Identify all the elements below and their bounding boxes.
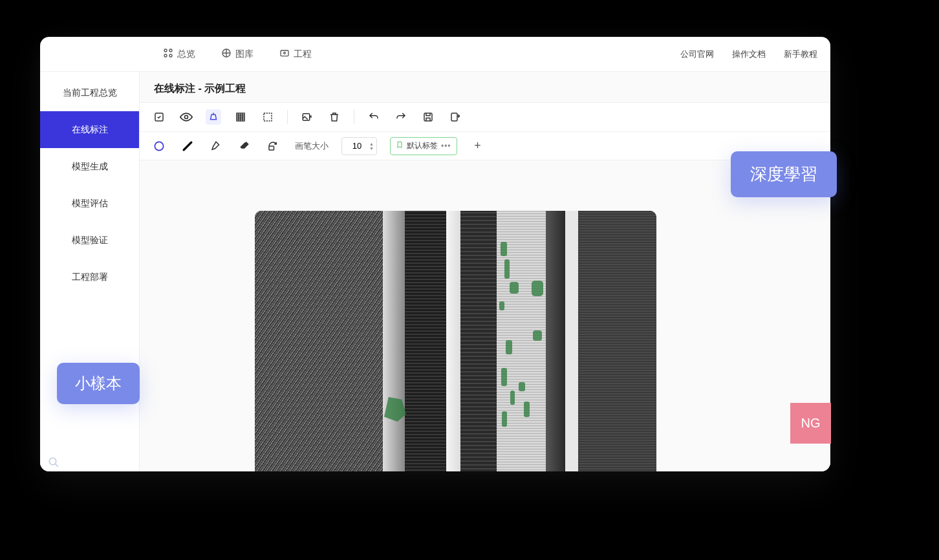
page-title: 在线标注 - 示例工程 <box>140 72 830 102</box>
annotation-mark[interactable] <box>501 368 507 386</box>
svg-rect-16 <box>269 146 274 150</box>
line-tool-icon[interactable] <box>180 138 195 154</box>
toolbar: 画笔大小 10 ▲ ▼ 默认标签 ••• + <box>140 102 830 160</box>
app-window: 总览 图库 工程 公司官网 操作文档 新手教程 当前工程总览 在线标注 模型生成… <box>40 37 830 471</box>
svg-point-2 <box>164 54 167 57</box>
tag-label: 默认标签 <box>407 140 438 151</box>
top-nav-right: 公司官网 操作文档 新手教程 <box>680 48 817 60</box>
annotation-mark[interactable] <box>499 301 504 310</box>
annotation-mark[interactable] <box>504 259 510 279</box>
annotation-mark[interactable] <box>502 411 507 427</box>
image-region <box>565 211 578 471</box>
svg-rect-13 <box>451 113 457 121</box>
sidebar-item-label: 工程部署 <box>72 272 108 283</box>
eraser-tool-icon[interactable] <box>237 138 252 154</box>
bookmark-icon <box>396 141 404 151</box>
default-tag[interactable]: 默认标签 ••• <box>390 137 457 155</box>
svg-point-14 <box>155 142 163 150</box>
svg-rect-12 <box>424 113 432 121</box>
grid-icon <box>163 48 173 60</box>
nav-project[interactable]: 工程 <box>279 48 312 60</box>
annotation-mark[interactable] <box>533 330 542 341</box>
hatch-tool-icon[interactable] <box>233 109 248 125</box>
toolbar-row-1 <box>140 103 830 131</box>
annotation-mark[interactable] <box>501 242 507 256</box>
crop-tool-icon[interactable] <box>260 109 275 125</box>
nav-gallery[interactable]: 图库 <box>221 48 254 60</box>
link-docs[interactable]: 操作文档 <box>732 48 766 60</box>
pen-tool-icon[interactable] <box>208 138 224 154</box>
nav-label: 图库 <box>235 48 254 60</box>
sidebar-item-model-gen[interactable]: 模型生成 <box>40 148 139 185</box>
sidebar-item-model-eval[interactable]: 模型评估 <box>40 185 139 222</box>
image-region <box>383 211 405 471</box>
toolbar-separator <box>287 110 288 124</box>
svg-point-0 <box>164 49 167 52</box>
image-region <box>405 211 446 471</box>
export-icon[interactable] <box>448 109 463 125</box>
badge-deep-learning: 深度學習 <box>731 151 837 197</box>
sidebar-item-label: 当前工程总览 <box>63 87 117 99</box>
add-tag-button[interactable]: + <box>470 138 486 154</box>
redo-icon[interactable] <box>393 109 409 125</box>
svg-point-6 <box>284 52 286 54</box>
circle-tool-icon[interactable] <box>151 138 167 154</box>
nav-label: 工程 <box>294 48 312 60</box>
visibility-icon[interactable] <box>178 109 194 125</box>
project-icon <box>279 48 290 60</box>
search-icon[interactable] <box>48 457 59 471</box>
annotation-mark[interactable] <box>510 282 519 294</box>
svg-rect-10 <box>264 113 272 121</box>
main-area: 在线标注 - 示例工程 <box>140 72 830 471</box>
sidebar-item-label: 模型评估 <box>72 198 108 210</box>
gallery-icon <box>221 48 232 60</box>
spinner-up-icon[interactable]: ▲ <box>369 142 374 146</box>
undo-icon[interactable] <box>366 109 382 125</box>
link-website[interactable]: 公司官网 <box>680 48 714 60</box>
ng-status-badge: NG <box>790 403 831 444</box>
window-body: 当前工程总览 在线标注 模型生成 模型评估 模型验证 工程部署 在线标注 - 示… <box>40 72 830 471</box>
image-region <box>460 211 497 471</box>
sidebar: 当前工程总览 在线标注 模型生成 模型评估 模型验证 工程部署 <box>40 72 140 471</box>
annotation-mark[interactable] <box>532 281 543 296</box>
image-remove-icon[interactable] <box>299 109 315 125</box>
sidebar-item-label: 模型生成 <box>72 161 108 173</box>
svg-point-17 <box>49 458 56 465</box>
annotation-mark[interactable] <box>524 402 530 417</box>
sidebar-item-label: 模型验证 <box>72 235 108 246</box>
sidebar-item-model-verify[interactable]: 模型验证 <box>40 222 139 259</box>
delete-icon[interactable] <box>327 109 342 125</box>
image-region <box>578 211 656 471</box>
svg-point-8 <box>185 116 188 119</box>
svg-line-15 <box>184 142 191 150</box>
annotation-mark[interactable] <box>506 340 512 354</box>
brush-size-label: 画笔大小 <box>295 140 329 152</box>
svg-point-3 <box>169 54 172 57</box>
annotation-canvas[interactable] <box>255 211 656 471</box>
sidebar-item-label: 在线标注 <box>72 124 108 136</box>
save-icon[interactable] <box>420 109 436 125</box>
annotation-mark[interactable] <box>519 382 525 391</box>
annotate-tool-icon[interactable] <box>151 109 167 125</box>
top-bar: 总览 图库 工程 公司官网 操作文档 新手教程 <box>40 37 830 72</box>
nav-label: 总览 <box>177 48 195 60</box>
nav-overview[interactable]: 总览 <box>163 48 195 60</box>
image-region <box>546 211 565 471</box>
toolbar-row-2: 画笔大小 10 ▲ ▼ 默认标签 ••• + <box>140 131 830 160</box>
sidebar-item-annotation[interactable]: 在线标注 <box>40 111 139 148</box>
badge-small-sample: 小樣本 <box>57 363 140 404</box>
sidebar-item-deploy[interactable]: 工程部署 <box>40 259 139 296</box>
rotate-tool-icon[interactable] <box>265 138 281 154</box>
brush-size-input[interactable]: 10 ▲ ▼ <box>341 137 377 155</box>
link-tutorial[interactable]: 新手教程 <box>784 48 817 60</box>
stamp-tool-icon[interactable] <box>206 109 221 125</box>
tag-more-icon[interactable]: ••• <box>441 142 451 151</box>
svg-rect-5 <box>281 50 288 56</box>
toolbar-separator <box>354 110 354 124</box>
brush-size-value: 10 <box>349 141 365 151</box>
spinner-down-icon[interactable]: ▼ <box>369 146 374 151</box>
sidebar-item-overview[interactable]: 当前工程总览 <box>40 74 139 111</box>
annotation-mark[interactable] <box>510 391 515 405</box>
top-nav-left: 总览 图库 工程 <box>163 48 312 60</box>
image-region <box>446 211 460 471</box>
